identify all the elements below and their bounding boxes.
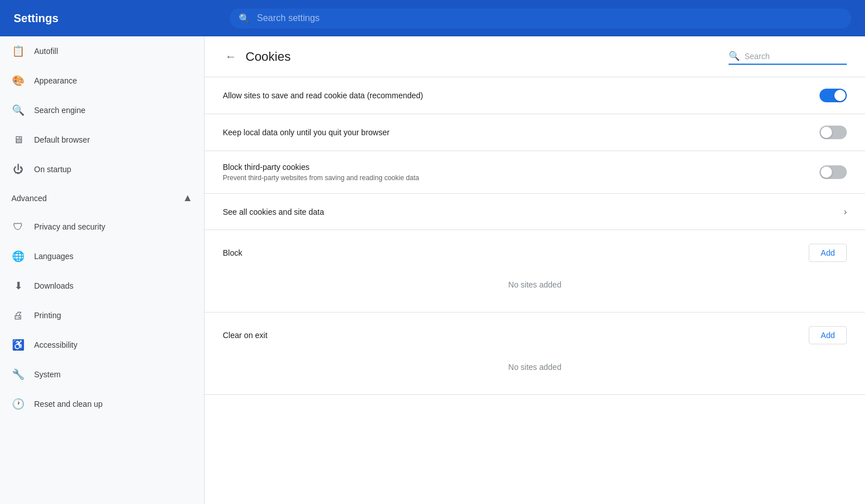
global-search-input[interactable] xyxy=(257,13,842,23)
allow-cookies-label: Allow sites to save and read cookie data… xyxy=(223,91,820,100)
clear-on-exit-section-header: Clear on exit Add xyxy=(223,326,847,344)
cookies-search-input[interactable] xyxy=(745,52,847,61)
see-all-cookies-label: See all cookies and site data xyxy=(223,207,835,216)
sidebar-label-languages: Languages xyxy=(34,252,73,261)
keep-local-label: Keep local data only until you quit your… xyxy=(223,128,820,137)
sidebar-item-printing[interactable]: 🖨 Printing xyxy=(0,301,204,330)
clear-on-exit-no-sites: No sites added xyxy=(223,353,847,381)
allow-cookies-toggle[interactable] xyxy=(820,89,847,102)
block-no-sites: No sites added xyxy=(223,271,847,298)
block-section-title: Block xyxy=(223,248,242,257)
sidebar-item-on-startup[interactable]: ⏻ On startup xyxy=(0,155,204,184)
sidebar-item-appearance[interactable]: 🎨 Appearance xyxy=(0,66,204,95)
sidebar-label-reset: Reset and clean up xyxy=(34,399,103,409)
sidebar-item-reset[interactable]: 🕐 Reset and clean up xyxy=(0,389,204,419)
block-add-button[interactable]: Add xyxy=(809,244,847,262)
block-section: Block Add No sites added xyxy=(205,230,865,313)
content-area: ← Cookies 🔍 Allow sites to save and read… xyxy=(205,36,865,504)
printing-icon: 🖨 xyxy=(11,309,25,322)
system-icon: 🔧 xyxy=(11,368,25,381)
app-title: Settings xyxy=(14,12,230,25)
sidebar: 📋 Autofill 🎨 Appearance 🔍 Search engine … xyxy=(0,36,205,504)
sidebar-label-privacy: Privacy and security xyxy=(34,222,105,231)
accessibility-icon: ♿ xyxy=(11,338,25,352)
cookies-search-icon: 🔍 xyxy=(729,51,740,61)
sidebar-item-privacy[interactable]: 🛡 Privacy and security xyxy=(0,212,204,241)
search-icon: 🔍 xyxy=(239,13,250,24)
see-all-cookies-arrow: › xyxy=(844,207,847,217)
block-third-party-toggle[interactable] xyxy=(820,165,847,179)
see-all-cookies-row[interactable]: See all cookies and site data › xyxy=(205,194,865,230)
cookies-search-bar[interactable]: 🔍 xyxy=(729,48,847,65)
search-engine-icon: 🔍 xyxy=(11,103,25,117)
sidebar-item-search-engine[interactable]: 🔍 Search engine xyxy=(0,95,204,125)
appearance-icon: 🎨 xyxy=(11,74,25,88)
privacy-icon: 🛡 xyxy=(11,220,25,234)
downloads-icon: ⬇ xyxy=(11,279,25,293)
on-startup-icon: ⏻ xyxy=(11,163,25,176)
sidebar-label-autofill: Autofill xyxy=(34,47,58,56)
sidebar-item-downloads[interactable]: ⬇ Downloads xyxy=(0,271,204,301)
allow-cookies-row: Allow sites to save and read cookie data… xyxy=(205,77,865,114)
block-third-party-sublabel: Prevent third-party websites from saving… xyxy=(223,174,820,182)
sidebar-label-system: System xyxy=(34,370,61,379)
cookies-title-row: ← Cookies xyxy=(223,48,290,65)
sidebar-label-appearance: Appearance xyxy=(34,76,77,85)
sidebar-label-search-engine: Search engine xyxy=(34,106,85,115)
reset-icon: 🕐 xyxy=(11,397,25,411)
global-search-bar[interactable]: 🔍 xyxy=(230,9,851,28)
main-layout: 📋 Autofill 🎨 Appearance 🔍 Search engine … xyxy=(0,36,865,504)
advanced-section-header[interactable]: Advanced ▲ xyxy=(0,184,204,212)
block-section-header: Block Add xyxy=(223,244,847,262)
sidebar-label-on-startup: On startup xyxy=(34,165,71,174)
clear-on-exit-title: Clear on exit xyxy=(223,331,268,340)
back-button[interactable]: ← xyxy=(223,48,239,65)
cookies-header: ← Cookies 🔍 xyxy=(205,36,865,77)
default-browser-icon: 🖥 xyxy=(11,133,25,147)
clear-on-exit-add-button[interactable]: Add xyxy=(809,326,847,344)
advanced-section-title: Advanced xyxy=(11,194,47,203)
sidebar-item-system[interactable]: 🔧 System xyxy=(0,360,204,389)
keep-local-toggle[interactable] xyxy=(820,126,847,139)
clear-on-exit-section: Clear on exit Add No sites added xyxy=(205,313,865,395)
languages-icon: 🌐 xyxy=(11,249,25,263)
autofill-icon: 📋 xyxy=(11,44,25,58)
block-third-party-row: Block third-party cookies Prevent third-… xyxy=(205,151,865,194)
page-title: Cookies xyxy=(246,49,290,64)
keep-local-row: Keep local data only until you quit your… xyxy=(205,114,865,151)
sidebar-item-languages[interactable]: 🌐 Languages xyxy=(0,241,204,271)
sidebar-item-accessibility[interactable]: ♿ Accessibility xyxy=(0,330,204,360)
sidebar-label-accessibility: Accessibility xyxy=(34,340,77,349)
sidebar-label-printing: Printing xyxy=(34,311,61,320)
advanced-collapse-icon: ▲ xyxy=(182,192,193,204)
app-header: Settings 🔍 xyxy=(0,0,865,36)
sidebar-label-default-browser: Default browser xyxy=(34,135,90,144)
sidebar-item-default-browser[interactable]: 🖥 Default browser xyxy=(0,125,204,155)
sidebar-item-autofill[interactable]: 📋 Autofill xyxy=(0,36,204,66)
block-third-party-label: Block third-party cookies xyxy=(223,163,820,172)
sidebar-label-downloads: Downloads xyxy=(34,281,73,290)
